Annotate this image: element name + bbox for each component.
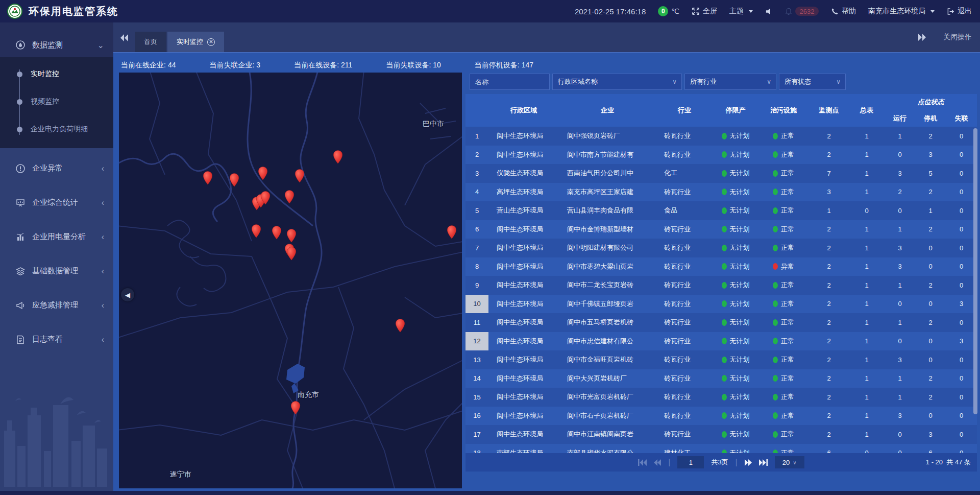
- row-number-cell: 1: [465, 127, 488, 146]
- top-header: 环保用电监管系统 2021-02-25 17:46:18 0 ℃ 全屏 主题: [0, 0, 980, 22]
- tab-close-icon[interactable]: ✕: [207, 38, 215, 46]
- stop-cell: 2: [915, 388, 946, 407]
- org-dropdown[interactable]: 南充市生态环境局: [868, 7, 935, 16]
- table-row[interactable]: 15阆中生态环境局阆中市光富页岩机砖厂砖瓦行业无计划正常21120: [465, 388, 977, 407]
- page-size-select[interactable]: 20 ∨: [775, 456, 804, 468]
- double-chevron-left-icon: [120, 34, 129, 41]
- sidebar-item-log-view[interactable]: 日志查看 ‹: [0, 322, 113, 357]
- status-filter-select[interactable]: 所有状态 ∨: [779, 74, 846, 90]
- map-pin-icon[interactable]: [332, 150, 344, 164]
- sidebar-item-power-analysis[interactable]: 企业用电量分析 ‹: [0, 220, 113, 254]
- map-pin-icon[interactable]: [294, 169, 305, 183]
- run-cell: 1: [885, 313, 915, 332]
- stop-cell: 2: [915, 183, 946, 202]
- table-scrollbar[interactable]: [973, 127, 977, 453]
- table-row[interactable]: 12阆中生态环境局阆中市忠信建材有限公砖瓦行业无计划正常21003: [465, 332, 977, 351]
- sidebar-item-realtime-monitor[interactable]: 实时监控: [0, 60, 113, 88]
- table-row[interactable]: 5营山生态环境局营山县润丰肉食品有限食品无计划正常10010: [465, 201, 977, 220]
- plan-text: 无计划: [730, 299, 750, 309]
- row-number-cell: 14: [465, 369, 488, 388]
- close-operations-button[interactable]: 关闭操作: [943, 33, 972, 42]
- notifications[interactable]: 2632: [785, 7, 819, 16]
- facility-status-cell: 正常: [758, 388, 809, 407]
- map-panel[interactable]: 巴中市 南充市 遂宁市 ◀: [119, 73, 462, 488]
- page-number-input[interactable]: [677, 456, 704, 468]
- row-number-cell: 15: [465, 388, 488, 407]
- table-row[interactable]: 8阆中生态环境局阆中市枣碧大梁山页岩砖瓦行业无计划异常21300: [465, 257, 977, 276]
- stop-cell: 2: [915, 313, 946, 332]
- green-dot-icon: [773, 245, 778, 251]
- table-row[interactable]: 4高坪生态环境局南充市高坪区王家店建砖瓦行业无计划正常31220: [465, 183, 977, 202]
- sidebar: 数据监测 ⌄ 实时监控 视频监控 企业电力负荷明细 企业异常 ‹ 企业综合统计 …: [0, 22, 113, 491]
- sidebar-item-power-load-detail[interactable]: 企业电力负荷明细: [0, 115, 113, 143]
- map-pin-icon[interactable]: [251, 224, 262, 238]
- last-page-button[interactable]: [759, 459, 768, 466]
- map-pin-icon[interactable]: [395, 318, 406, 333]
- table-row[interactable]: 14阆中生态环境局阆中大兴页岩机砖厂砖瓦行业无计划正常21120: [465, 369, 977, 388]
- region-filter-select[interactable]: 行政区域名称 ∨: [552, 74, 682, 90]
- logout-button[interactable]: 退出: [947, 7, 972, 16]
- table-row[interactable]: 9阆中生态环境局阆中市二龙长宝页岩砖砖瓦行业无计划正常21120: [465, 276, 977, 295]
- table-row[interactable]: 1阆中生态环境局阆中强锐页岩砖厂砖瓦行业无计划正常21120: [465, 127, 977, 146]
- map-pin-icon[interactable]: [286, 228, 297, 243]
- sidebar-item-emergency-reduction[interactable]: 应急减排管理 ‹: [0, 288, 113, 322]
- plan-cell: 无计划: [713, 183, 758, 202]
- sidebar-item-data-monitoring[interactable]: 数据监测 ⌄: [0, 33, 113, 57]
- mute-button[interactable]: [765, 8, 773, 15]
- theme-dropdown[interactable]: 主题: [729, 7, 753, 16]
- map-pin-icon[interactable]: [260, 191, 271, 205]
- sidebar-item-company-statistics[interactable]: 企业综合统计 ‹: [0, 185, 113, 220]
- first-page-button[interactable]: [638, 459, 647, 466]
- double-chevron-right-icon[interactable]: [918, 34, 926, 41]
- sub-item-label: 实时监控: [31, 69, 59, 79]
- tabs-scroll-left-button[interactable]: [117, 31, 132, 45]
- table-row[interactable]: 18南部生态环境局南部县砌华水泥有限公建材化工无计划正常60060: [465, 444, 977, 454]
- table-row[interactable]: 2阆中生态环境局阆中市南方节能建材有砖瓦行业无计划正常21030: [465, 146, 977, 164]
- stat-label: 当前在线设备:: [294, 61, 339, 69]
- next-page-button[interactable]: [745, 459, 752, 466]
- fullscreen-button[interactable]: 全屏: [692, 7, 717, 16]
- industry-cell: 砖瓦行业: [656, 276, 713, 295]
- prev-page-button[interactable]: [654, 459, 661, 466]
- sidebar-item-video-monitor[interactable]: 视频监控: [0, 88, 113, 115]
- table-row[interactable]: 16阆中生态环境局阆中市石子页岩机砖厂砖瓦行业无计划正常21300: [465, 407, 977, 426]
- stat-item: 当前失联企业:3: [207, 61, 260, 70]
- plan-cell: 无计划: [713, 369, 758, 388]
- total-cell: 1: [849, 407, 885, 426]
- plan-text: 无计划: [730, 411, 750, 420]
- table-row[interactable]: 7阆中生态环境局阆中明阳建材有限公司砖瓦行业无计划正常21300: [465, 239, 977, 257]
- table-row[interactable]: 6阆中生态环境局阆中市金博瑞新型墙材砖瓦行业无计划正常21120: [465, 220, 977, 239]
- map-pin-icon[interactable]: [290, 400, 301, 415]
- region-cell: 阆中生态环境局: [488, 276, 559, 295]
- status-select-value: 所有状态: [785, 77, 811, 86]
- industry-cell: 砖瓦行业: [656, 127, 713, 146]
- map-collapse-button[interactable]: ◀: [121, 288, 134, 301]
- table-row[interactable]: 17阆中生态环境局阆中市江南镇阆南页岩砖瓦行业无计划正常21030: [465, 425, 977, 444]
- map-pin-icon[interactable]: [229, 173, 240, 187]
- name-input[interactable]: [475, 78, 544, 86]
- tab-label: 首页: [144, 37, 157, 46]
- sidebar-item-base-data[interactable]: 基础数据管理 ‹: [0, 254, 113, 288]
- tab-home[interactable]: 首页: [135, 32, 166, 52]
- map-pin-icon[interactable]: [284, 190, 295, 204]
- sidebar-item-company-abnormal[interactable]: 企业异常 ‹: [0, 151, 113, 185]
- map-pin-icon[interactable]: [202, 171, 213, 185]
- lost-cell: 0: [946, 201, 977, 220]
- run-cell: 0: [885, 295, 915, 314]
- map-pin-icon[interactable]: [257, 166, 268, 180]
- table-row[interactable]: 10阆中生态环境局阆中千佛镇五郎垭页岩砖瓦行业无计划正常21003: [465, 295, 977, 314]
- help-button[interactable]: 帮助: [831, 7, 856, 16]
- map-pin-icon[interactable]: [446, 225, 457, 239]
- table-row[interactable]: 3仪陇生态环境局西南油气田分公司川中化工无计划正常71350: [465, 164, 977, 183]
- row-number-cell: 9: [465, 276, 488, 295]
- map-pin-icon[interactable]: [271, 225, 282, 240]
- tab-realtime-monitor[interactable]: 实时监控 ✕: [167, 32, 224, 52]
- table-row[interactable]: 11阆中生态环境局阆中市五马桥页岩机砖砖瓦行业无计划正常21120: [465, 313, 977, 332]
- stop-cell: 0: [915, 350, 946, 369]
- industry-filter-select[interactable]: 所有行业 ∨: [684, 74, 776, 90]
- map-pin-icon[interactable]: [286, 246, 297, 261]
- plan-cell: 无计划: [713, 276, 758, 295]
- scrollbar-thumb[interactable]: [973, 128, 977, 414]
- table-row[interactable]: 13阆中生态环境局阆中市金福旺页岩机砖砖瓦行业无计划正常21300: [465, 350, 977, 369]
- name-filter-input[interactable]: [470, 74, 550, 90]
